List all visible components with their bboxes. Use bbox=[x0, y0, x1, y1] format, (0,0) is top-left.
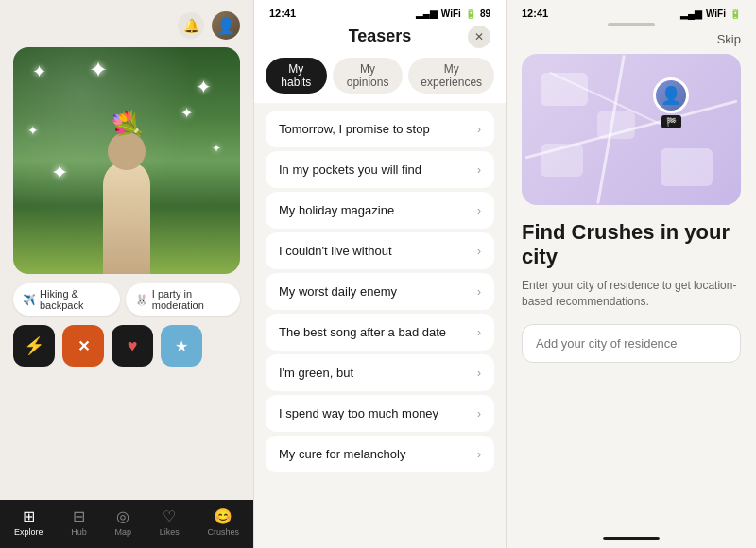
quick-icons-row: ⚡ ✕ ♥ ★ bbox=[0, 325, 253, 374]
flag-indicator: 🏁 bbox=[662, 115, 681, 128]
tab-my-opinions[interactable]: My opinions bbox=[333, 58, 404, 94]
status-icons-2: ▂▄▆ WiFi 🔋 89 bbox=[416, 9, 490, 19]
statusbar-3: 12:41 ▂▄▆ WiFi 🔋 bbox=[507, 0, 756, 23]
time-2: 12:41 bbox=[269, 8, 296, 19]
tags-row: ✈️ Hiking & backpack 🐰 I party in modera… bbox=[0, 274, 253, 325]
nav-crushes[interactable]: 😊 Crushes bbox=[208, 507, 240, 537]
bottom-nav: ⊞ Explore ⊟ Hub ◎ Map ♡ Likes 😊 Crushes bbox=[0, 500, 253, 548]
signal-icon: ▂▄▆ bbox=[416, 9, 438, 19]
drag-handle bbox=[608, 23, 655, 26]
teaser-item-8[interactable]: My cure for melancholy › bbox=[266, 436, 494, 472]
chevron-icon: › bbox=[477, 204, 481, 217]
teaser-item-4[interactable]: My worst daily enemy › bbox=[266, 273, 494, 310]
skip-button[interactable]: Skip bbox=[717, 32, 741, 46]
nav-hub[interactable]: ⊟ Hub bbox=[71, 507, 87, 537]
profile-bubble-container: 👤 🏁 bbox=[653, 77, 689, 128]
battery-icon: 🔋 bbox=[465, 9, 476, 19]
tab-my-habits[interactable]: My habits bbox=[266, 58, 327, 94]
find-title: Find Crushes in your city bbox=[522, 220, 741, 270]
panel2-header: Teasers ✕ bbox=[254, 19, 506, 58]
nav-map[interactable]: ◎ Map bbox=[114, 507, 131, 537]
teaser-list: Tomorrow, I promise to stop › In my pock… bbox=[254, 103, 506, 548]
sparkle-icon: ✦ bbox=[32, 61, 46, 82]
chevron-icon: › bbox=[477, 163, 481, 177]
find-description: Enter your city of residence to get loca… bbox=[522, 278, 741, 310]
teaser-item-3[interactable]: I couldn't live without › bbox=[266, 232, 494, 269]
teasers-title: Teasers bbox=[349, 26, 412, 46]
nav-explore[interactable]: ⊞ Explore bbox=[14, 507, 43, 537]
bell-icon[interactable]: 🔔 bbox=[178, 12, 204, 39]
quick-icon-star[interactable]: ★ bbox=[161, 325, 202, 367]
chevron-icon: › bbox=[477, 448, 481, 461]
sparkle-icon: ✦ bbox=[89, 57, 108, 83]
quick-icon-close[interactable]: ✕ bbox=[62, 325, 104, 367]
sparkle-icon: ✦ bbox=[180, 104, 193, 122]
signal-icon-3: ▂▄▆ bbox=[680, 9, 702, 19]
close-button[interactable]: ✕ bbox=[468, 26, 490, 48]
teaser-item-2[interactable]: My holiday magazine › bbox=[266, 192, 494, 229]
tab-my-experiences[interactable]: My experiences bbox=[408, 58, 494, 94]
chevron-icon: › bbox=[477, 123, 481, 136]
chevron-icon: › bbox=[477, 367, 481, 380]
panel-explore: 🔔 👤 ✦ ✦ ✦ ✦ ✦ ✦ ✦ 💐 ✈️ Hiking & backpack… bbox=[0, 0, 253, 548]
quick-icon-bolt[interactable]: ⚡ bbox=[13, 325, 55, 367]
map-block bbox=[541, 73, 588, 106]
panel1-header: 🔔 👤 bbox=[0, 0, 253, 47]
wifi-icon: WiFi bbox=[441, 9, 461, 19]
chevron-icon: › bbox=[477, 407, 481, 420]
time-3: 12:41 bbox=[522, 8, 548, 19]
panel-teasers: 12:41 ▂▄▆ WiFi 🔋 89 Teasers ✕ My habits … bbox=[253, 0, 507, 548]
wifi-icon-3: WiFi bbox=[706, 9, 726, 19]
nav-likes[interactable]: ♡ Likes bbox=[160, 507, 180, 537]
teaser-item-5[interactable]: The best song after a bad date › bbox=[266, 314, 494, 351]
quick-icon-heart[interactable]: ♥ bbox=[112, 325, 153, 367]
illustration-box: 👤 🏁 bbox=[522, 54, 741, 205]
tab-row: My habits My opinions My experiences bbox=[254, 58, 506, 103]
party-icon: 🐰 bbox=[135, 294, 148, 306]
teaser-item-7[interactable]: I spend way too much money › bbox=[266, 395, 494, 432]
status-icons-3: ▂▄▆ WiFi 🔋 bbox=[680, 9, 741, 19]
chevron-icon: › bbox=[477, 326, 481, 339]
panel-find-crushes: 12:41 ▂▄▆ WiFi 🔋 Skip 👤 🏁 F bbox=[507, 0, 756, 548]
sparkle-icon: ✦ bbox=[27, 123, 39, 138]
city-input[interactable] bbox=[522, 324, 741, 363]
sparkle-icon: ✦ bbox=[196, 76, 212, 98]
avatar[interactable]: 👤 bbox=[212, 11, 240, 40]
teaser-item-6[interactable]: I'm green, but › bbox=[266, 354, 494, 391]
profile-avatar: 👤 bbox=[653, 77, 689, 113]
chevron-icon: › bbox=[477, 245, 481, 258]
chevron-icon: › bbox=[477, 285, 481, 299]
drag-handle-area bbox=[507, 23, 756, 30]
bottom-indicator bbox=[603, 537, 660, 540]
statusbar-2: 12:41 ▂▄▆ WiFi 🔋 89 bbox=[254, 0, 506, 19]
skip-row: Skip bbox=[507, 30, 756, 54]
panel3-content: Find Crushes in your city Enter your cit… bbox=[507, 205, 756, 522]
main-photo: ✦ ✦ ✦ ✦ ✦ ✦ ✦ 💐 bbox=[13, 47, 240, 274]
tag-hiking[interactable]: ✈️ Hiking & backpack bbox=[13, 283, 120, 316]
map-block bbox=[597, 111, 635, 139]
hiking-icon: ✈️ bbox=[23, 294, 36, 306]
tag-party[interactable]: 🐰 I party in moderation bbox=[126, 283, 240, 316]
map-block bbox=[661, 148, 713, 186]
battery-level: 89 bbox=[480, 9, 490, 19]
teaser-item-0[interactable]: Tomorrow, I promise to stop › bbox=[266, 111, 494, 147]
teaser-item-1[interactable]: In my pockets you will find › bbox=[266, 151, 494, 188]
map-block bbox=[541, 144, 583, 177]
battery-icon-3: 🔋 bbox=[730, 9, 741, 19]
sparkle-icon: ✦ bbox=[212, 142, 221, 155]
sparkle-icon: ✦ bbox=[51, 161, 68, 185]
